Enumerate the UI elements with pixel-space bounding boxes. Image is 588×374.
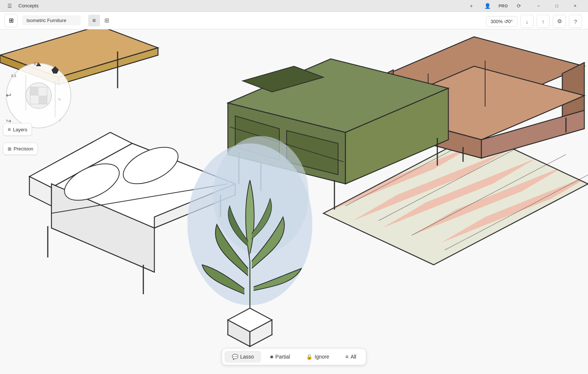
menu-button[interactable]: ☰ [4,1,15,11]
account-icon: 👤 [484,3,491,9]
document-title-area[interactable]: Isometric Furniture [22,15,81,25]
download-button[interactable]: ↓ [520,15,534,28]
lasso-icon: 💬 [232,354,238,360]
window-controls: − □ × [530,0,584,12]
download-icon: ↓ [526,18,528,25]
grid-view-button[interactable]: ⊞ [101,15,112,26]
ignore-label: Ignore [315,354,329,360]
top-right-toolbar: 300% ↺0° ↓ ↑ ⚙ ? [486,15,582,28]
title-bar: ☰ Concepts + 👤 PRO ⟳ − □ × [0,0,588,12]
svg-text:4,4: 4,4 [11,74,16,78]
menu-icon: ☰ [7,3,12,9]
zoom-label: 300% ↺0° [491,19,513,24]
close-button[interactable]: × [567,0,584,12]
grid-menu-icon: ⊞ [9,17,14,24]
view-toggle: ≡ ⊞ [88,15,112,26]
settings-button[interactable]: ⚙ [553,15,566,28]
all-button[interactable]: ≡ All [338,351,364,363]
svg-text:≈: ≈ [58,96,61,102]
bottom-toolbar: 💬 Lasso ■ Partial 🔒 Ignore ≡ All [222,348,366,365]
pro-badge: PRO [499,4,508,8]
maximize-button[interactable]: □ [548,0,565,12]
grid-icon: ⊞ [104,17,109,24]
precision-button[interactable]: ⊞ Precision [3,143,38,155]
share-icon: ↑ [542,18,545,25]
list-view-button[interactable]: ≡ [88,15,100,26]
help-icon: ? [574,18,577,25]
settings-icon: ⚙ [557,18,562,25]
all-icon: ≡ [345,354,348,360]
partial-label: Partial [275,354,290,360]
add-icon: + [470,3,473,9]
app-title: Concepts [18,3,39,8]
svg-text:♪: ♪ [59,117,61,122]
refresh-icon: ⟳ [517,3,521,9]
zoom-control[interactable]: 300% ↺0° [486,16,517,27]
document-title: Isometric Furniture [26,18,66,23]
all-label: All [351,354,356,360]
lasso-label: Lasso [240,354,254,360]
partial-icon: ■ [270,354,273,360]
furniture-svg: 6,6 4,4 ↩ ↪ ♪ ≈ [0,29,588,374]
grid-menu-button[interactable]: ⊞ [4,14,18,27]
layers-icon: ≡ [8,127,11,132]
add-button[interactable]: + [466,1,477,11]
svg-text:↩: ↩ [6,92,11,99]
title-bar-right: + 👤 PRO ⟳ − □ × [466,0,584,12]
title-bar-left: ☰ Concepts [4,1,39,11]
account-button[interactable]: 👤 [483,1,493,11]
share-button[interactable]: ↑ [537,15,550,28]
help-button[interactable]: ? [569,15,582,28]
ignore-button[interactable]: 🔒 Ignore [299,351,337,363]
refresh-button[interactable]: ⟳ [514,1,524,11]
minimize-button[interactable]: − [530,0,547,12]
svg-text:6,6: 6,6 [34,62,39,66]
svg-rect-62 [30,87,39,96]
precision-label: Precision [14,146,33,152]
lasso-button[interactable]: 💬 Lasso [225,351,261,363]
canvas[interactable]: 6,6 4,4 ↩ ↪ ♪ ≈ ≡ Layers ⊞ Precision [0,29,588,374]
layers-button[interactable]: ≡ Layers [3,123,32,136]
precision-icon: ⊞ [8,146,11,152]
svg-point-53 [213,136,309,254]
svg-rect-63 [39,96,47,104]
list-icon: ≡ [92,17,96,24]
layers-label: Layers [13,127,27,132]
ignore-icon: 🔒 [306,354,312,360]
partial-button[interactable]: ■ Partial [263,351,297,363]
